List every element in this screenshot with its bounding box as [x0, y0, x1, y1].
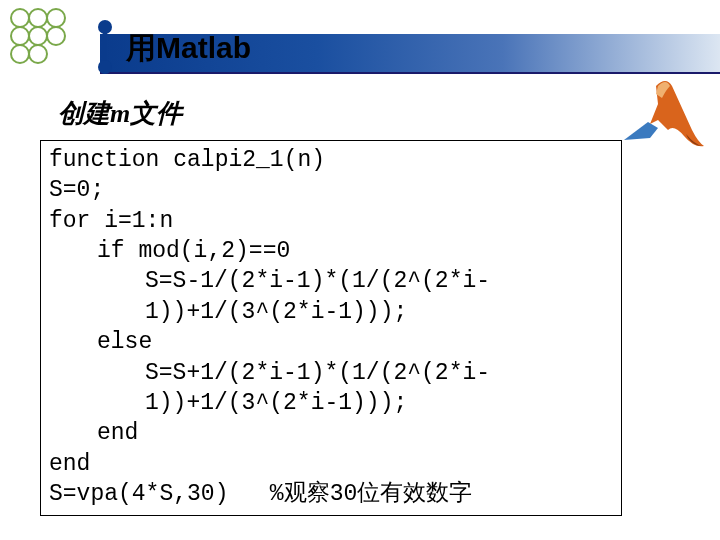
- page-title: 用Matlab: [126, 28, 251, 69]
- decorative-circles-icon: [8, 6, 98, 71]
- slide-header: 用Matlab: [0, 0, 720, 78]
- code-line: for i=1:n: [49, 206, 613, 236]
- matlab-logo-icon: [618, 74, 710, 156]
- code-block: function calpi2_1(n)S=0;for i=1:nif mod(…: [40, 140, 622, 516]
- svg-point-2: [47, 9, 65, 27]
- svg-point-0: [11, 9, 29, 27]
- svg-point-1: [29, 9, 47, 27]
- code-line: else: [49, 327, 613, 357]
- code-line: S=0;: [49, 175, 613, 205]
- svg-point-3: [11, 27, 29, 45]
- code-line: end: [49, 449, 613, 479]
- svg-point-5: [47, 27, 65, 45]
- title-accent-dot-icon: [98, 60, 112, 74]
- svg-point-7: [29, 45, 47, 63]
- subtitle: 创建m文件: [58, 96, 182, 131]
- code-line: S=S-1/(2*i-1)*(1/(2^(2*i-1))+1/(3^(2*i-1…: [49, 266, 613, 327]
- title-accent-dot-icon: [98, 20, 112, 34]
- code-line: end: [49, 418, 613, 448]
- code-line: S=vpa(4*S,30) %观察30位有效数字: [49, 479, 613, 509]
- svg-point-4: [29, 27, 47, 45]
- code-line: S=S+1/(2*i-1)*(1/(2^(2*i-1))+1/(3^(2*i-1…: [49, 358, 613, 419]
- svg-point-6: [11, 45, 29, 63]
- code-line: function calpi2_1(n): [49, 145, 613, 175]
- code-line: if mod(i,2)==0: [49, 236, 613, 266]
